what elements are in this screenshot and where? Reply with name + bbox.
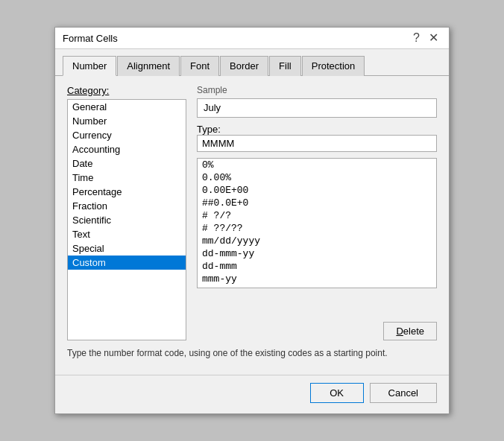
sample-label: Sample: [197, 85, 437, 95]
delete-button[interactable]: Delete: [383, 322, 437, 340]
format-item[interactable]: dd-mmm-yy: [198, 247, 436, 260]
type-section: Type:: [197, 124, 437, 152]
format-list[interactable]: 0% 0.00% 0.00E+00 ##0.0E+0 # ?/? # ??/??…: [197, 158, 437, 288]
category-list[interactable]: General Number Currency Accounting Date …: [67, 99, 186, 340]
category-item-currency[interactable]: Currency: [68, 128, 186, 142]
format-item[interactable]: # ??/??: [198, 222, 436, 235]
tab-fill[interactable]: Fill: [269, 56, 301, 76]
cancel-button[interactable]: Cancel: [370, 383, 437, 403]
delete-label: Delete: [396, 326, 424, 337]
type-input[interactable]: [197, 135, 437, 152]
sample-group: Sample July: [197, 85, 437, 118]
footer: OK Cancel: [55, 375, 449, 413]
category-item-general[interactable]: General: [68, 100, 186, 114]
category-item-custom[interactable]: Custom: [68, 256, 186, 270]
tab-alignment[interactable]: Alignment: [117, 56, 180, 76]
format-item[interactable]: mmm-yy: [198, 273, 436, 285]
dialog-body: Category: General Number Currency Accoun…: [55, 76, 449, 372]
category-item-percentage[interactable]: Percentage: [68, 185, 186, 199]
format-item[interactable]: 0%: [198, 159, 436, 171]
format-item[interactable]: 0.00E+00: [198, 184, 436, 197]
category-section: Category: General Number Currency Accoun…: [67, 85, 186, 340]
main-content: Category: General Number Currency Accoun…: [67, 85, 437, 340]
sample-value: July: [197, 98, 437, 118]
category-item-time[interactable]: Time: [68, 171, 186, 185]
ok-button[interactable]: OK: [310, 383, 364, 403]
format-item[interactable]: # ?/?: [198, 209, 436, 222]
tab-bar: Number Alignment Font Border Fill Protec…: [55, 49, 449, 76]
right-panel: Sample July Type: 0% 0.00% 0.00E+00 ##0.…: [197, 85, 437, 340]
format-item[interactable]: h:mm AM/PM: [198, 285, 436, 288]
category-item-text[interactable]: Text: [68, 227, 186, 241]
format-list-container: 0% 0.00% 0.00E+00 ##0.0E+0 # ?/? # ??/??…: [197, 158, 437, 313]
category-item-date[interactable]: Date: [68, 156, 186, 171]
hint-text: Type the number format code, using one o…: [67, 348, 437, 358]
category-item-special[interactable]: Special: [68, 241, 186, 256]
category-label: Category:: [67, 85, 186, 96]
format-item[interactable]: 0.00%: [198, 171, 436, 184]
format-item[interactable]: mm/dd/yyyy: [198, 235, 436, 247]
title-bar-controls: ? ✕: [410, 32, 441, 44]
type-label: Type:: [197, 124, 437, 135]
title-bar: Format Cells ? ✕: [55, 28, 449, 49]
format-item[interactable]: dd-mmm: [198, 260, 436, 273]
dialog-title: Format Cells: [63, 33, 118, 44]
help-button[interactable]: ?: [410, 32, 423, 44]
tab-protection[interactable]: Protection: [302, 56, 365, 76]
tab-number[interactable]: Number: [63, 56, 116, 76]
delete-row: Delete: [197, 322, 437, 340]
tab-border[interactable]: Border: [220, 56, 268, 76]
tab-font[interactable]: Font: [180, 56, 219, 76]
format-item[interactable]: ##0.0E+0: [198, 197, 436, 209]
category-item-fraction[interactable]: Fraction: [68, 199, 186, 213]
category-item-accounting[interactable]: Accounting: [68, 142, 186, 156]
category-item-scientific[interactable]: Scientific: [68, 213, 186, 227]
format-cells-dialog: Format Cells ? ✕ Number Alignment Font B…: [54, 27, 450, 414]
category-item-number[interactable]: Number: [68, 114, 186, 128]
close-button[interactable]: ✕: [426, 32, 441, 44]
